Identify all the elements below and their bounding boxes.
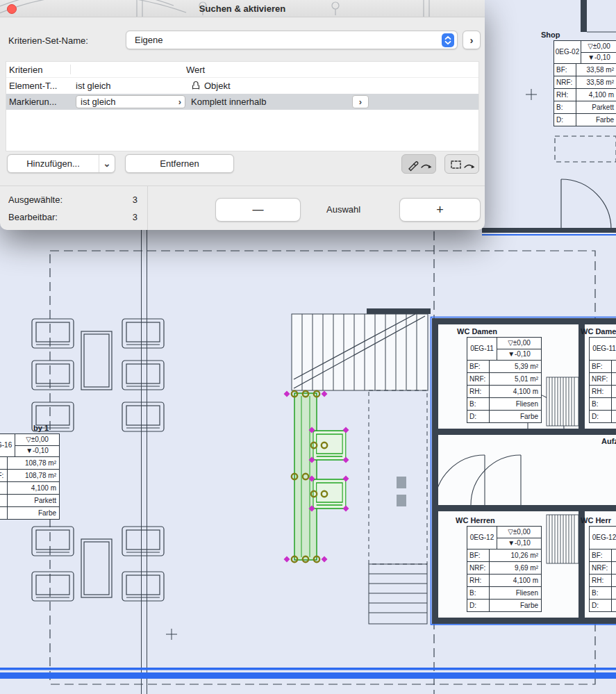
room-id: 0EG-12 [467, 527, 497, 549]
stamp-value: Parkett [576, 101, 616, 113]
stamp-label: B: [590, 398, 612, 410]
marquee-icon [448, 156, 476, 172]
stamp-value: Fliesen [490, 587, 541, 599]
room-id: 0EG-16 [0, 434, 15, 456]
operator-dropdown[interactable]: ist gleich › [76, 95, 185, 108]
selected-chair-symbol[interactable] [313, 431, 346, 460]
stamp-label: BF: [590, 361, 612, 372]
criterion-value: Komplett innerhalb [191, 97, 266, 107]
pick-up-settings-button[interactable] [401, 154, 436, 174]
remove-criterion-button[interactable]: Entfernen [125, 154, 234, 173]
stamp-value: Farbe [8, 507, 59, 519]
chevron-right-icon: › [178, 97, 181, 107]
elevation-top: ▽±0,00 [15, 434, 59, 446]
find-select-dialog: Suchen & aktivieren Kriterien-Set-Name: … [0, 0, 485, 230]
stamp-label: B: [590, 587, 612, 599]
stamp-label: BF: [590, 550, 612, 561]
stepper-icon[interactable] [442, 33, 454, 47]
room-stamp-lobby[interactable]: by 1 0EG-16 ▽±0,00 ▼-0,10 BF:108,78 m² N… [0, 424, 60, 520]
room-name: by 1 [33, 424, 60, 432]
stamp-value: 10,26 m² [490, 550, 541, 561]
dialog-title: Suchen & aktivieren [199, 3, 285, 14]
room-id: 0EG-02 [554, 41, 581, 63]
application-window: Shop 0EG-02 ▽±0,00 ▼-0,10 BF:33,58 m² NR… [0, 0, 616, 694]
selected-wall-blue-bottom[interactable] [0, 668, 616, 679]
select-plus-button[interactable]: + [399, 198, 481, 222]
elevation-bottom: ▼-0,10 [581, 53, 616, 64]
stamp-value: 33,58 m² [576, 64, 616, 76]
criteria-set-value: Eigene [135, 35, 163, 45]
criteria-set-label: Kriterien-Set-Name: [8, 35, 88, 46]
value-expand-button[interactable]: › [352, 95, 369, 108]
stamp-label: D: [467, 600, 490, 611]
eyedropper-icon [405, 156, 433, 172]
stamp-value: Farbe [490, 411, 541, 422]
room-id: 0EG-11 [467, 338, 497, 360]
stamp-value: 108,78 m² [8, 470, 59, 481]
stamp-label: RH: [0, 482, 8, 494]
column-header-wert: Wert [71, 65, 205, 75]
inject-settings-button[interactable] [444, 154, 479, 174]
room-name: WC Herren [456, 516, 542, 524]
stamp-value: Fliesen [490, 398, 541, 410]
criterion-value: Objekt [204, 81, 231, 91]
criteria-set-expand-button[interactable]: › [463, 31, 481, 49]
stamp-label: D: [590, 411, 612, 422]
elevation-top: ▽±0,00 [581, 41, 616, 53]
wall[interactable] [581, 0, 587, 32]
stamp-label: B: [0, 495, 8, 506]
stamp-value: 5,39 m² [490, 361, 541, 372]
column-header-kriterien: Kriterien [6, 65, 70, 75]
stamp-value: 4,100 m [490, 575, 541, 586]
elevation-bottom: ▼-0,10 [15, 446, 59, 457]
deselect-button[interactable]: — [215, 198, 301, 222]
stamp-label: BF: [467, 550, 490, 561]
stamp-label: RH: [554, 89, 576, 101]
wall[interactable] [367, 308, 431, 314]
criterion-name: Element-T... [6, 81, 73, 91]
editable-count-value: 3 [104, 212, 138, 222]
close-button[interactable] [7, 4, 17, 14]
stamp-label: NRF: [554, 76, 576, 88]
stamp-label: NRF: [0, 470, 8, 481]
stamp-value: Farbe [576, 114, 616, 126]
room-name: WC Dame [581, 327, 616, 336]
stamp-label: BF: [0, 457, 8, 469]
stamp-label: B: [554, 101, 576, 113]
stamp-label: NRF: [590, 562, 612, 574]
stamp-label: RH: [590, 386, 612, 397]
room-stamp-wc-damen[interactable]: WC Damen 0EG-11 ▽±0,00 ▼-0,10 BF:5,39 m²… [456, 327, 542, 423]
criteria-row-element-type[interactable]: Element-T... ist gleich Objekt [6, 78, 478, 94]
elevation-bottom: ▼-0,10 [497, 349, 541, 361]
divider [0, 185, 485, 186]
stamp-value: 4,100 m [576, 89, 616, 101]
selected-chair-symbol[interactable] [313, 479, 346, 509]
stamp-label: RH: [590, 575, 612, 586]
criteria-set-select[interactable]: Eigene [126, 31, 458, 49]
stamp-label: B: [467, 587, 490, 599]
room-label-aufzug: Aufzug [601, 437, 616, 445]
stamp-value: 9,69 m² [490, 562, 541, 574]
stamp-label: B: [467, 398, 490, 410]
selection-label: Auswahl [326, 204, 360, 215]
room-stamp-shop[interactable]: Shop 0EG-02 ▽±0,00 ▼-0,10 BF:33,58 m² NR… [541, 31, 616, 126]
room-stamp-wc-damen-2[interactable]: WC Dame 0EG-11 BF: NRF: RH: B: D: [581, 327, 616, 423]
stamp-value: 108,78 m² [8, 457, 59, 469]
add-criterion-button[interactable]: Hinzufügen... ⌄ [7, 154, 115, 173]
dialog-titlebar[interactable]: Suchen & aktivieren [0, 0, 485, 17]
stamp-value: 33,58 m² [576, 76, 616, 88]
stamp-label: D: [554, 114, 576, 126]
room-stamp-wc-herren[interactable]: WC Herren 0EG-12 ▽±0,00 ▼-0,10 BF:10,26 … [454, 516, 542, 612]
stamp-label: BF: [467, 361, 490, 372]
stamp-value: 5,01 m² [490, 373, 541, 385]
criteria-row-marker[interactable]: Markierun... ist gleich › Komplett inner… [6, 94, 478, 110]
stamp-label: D: [467, 411, 490, 422]
selected-count-value: 3 [104, 195, 138, 205]
room-stamp-wc-herren-2[interactable]: WC Herr 0EG-12 BF: NRF: RH: B: D: [581, 516, 616, 612]
selected-count-label: Ausgewählte: [8, 195, 63, 205]
object-chair-icon [191, 81, 201, 91]
wall[interactable] [482, 228, 616, 233]
chevron-down-icon: ⌄ [99, 155, 115, 172]
room-id: 0EG-12 [590, 527, 616, 549]
stamp-value: 4,100 m [8, 482, 59, 494]
